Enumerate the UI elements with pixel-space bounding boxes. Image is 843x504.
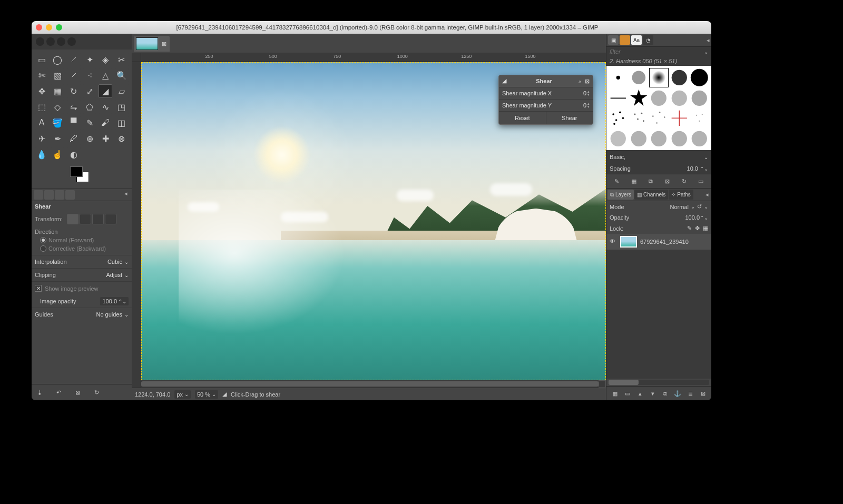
tool-heal[interactable]: ✚ [99,132,112,145]
reset-button[interactable]: Reset [499,112,546,124]
brush-item[interactable] [629,129,649,149]
brush-item[interactable] [690,129,709,149]
tool-scissors[interactable]: ✄ [35,68,48,82]
tab-history[interactable]: ◔ [643,35,653,45]
brush-item[interactable] [649,129,669,149]
brush-item[interactable] [670,88,689,108]
brush-item-selected[interactable] [649,68,669,87]
image-tab[interactable]: ⊠ [134,36,170,52]
image-opacity-row[interactable]: Image opacity 100.0⌃⌄ [32,295,132,308]
minimize-window-button[interactable] [46,24,52,31]
new-layer-button[interactable]: ▦ [610,389,620,398]
guides-row[interactable]: Guides No guides⌄ [32,308,132,321]
brush-filter-input[interactable] [610,48,704,55]
brush-item[interactable] [690,68,709,87]
layer-opacity-row[interactable]: Opacity 100.0⌃⌄ [606,212,711,223]
tab-fonts[interactable]: Aa [631,35,642,45]
dock-menu-icon[interactable]: ◂ [707,37,710,44]
direction-normal-row[interactable]: Normal (Forward) [32,236,132,244]
tool-rotate[interactable]: ↻ [67,84,81,98]
shear-x-input[interactable] [572,90,586,96]
new-group-button[interactable]: ▭ [623,389,632,398]
lock-pixels-button[interactable]: ✎ [687,225,692,232]
tool-by-color-select[interactable]: ◈ [99,53,112,66]
transform-selection-button[interactable] [80,214,91,224]
tool-bucket-fill[interactable]: 🪣 [51,116,64,130]
tool-mypaint[interactable]: 🖊 [67,132,81,145]
tab-images[interactable] [65,190,75,200]
tool-crop[interactable]: ✂ [115,53,129,66]
tool-airbrush[interactable]: ✈ [35,132,48,145]
tab-channels[interactable]: ▥ Channels [634,190,668,200]
tool-text[interactable]: A [35,116,48,130]
close-window-button[interactable] [36,24,42,31]
navigation-button[interactable] [599,380,606,388]
delete-brush-button[interactable]: ⊠ [662,176,672,186]
edit-brush-button[interactable]: ✎ [612,176,622,186]
canvas[interactable]: ◢ Shear ▵ ⊠ Shear magnitude X ▴▾ Shear m… [141,62,606,388]
tool-scale[interactable]: ⤢ [83,84,96,98]
anchor-layer-button[interactable]: ⚓ [673,389,682,398]
save-preset-button[interactable]: ⭳ [35,388,44,397]
brush-preset-row[interactable]: Basic, ⌄ [606,150,711,163]
tool-color-picker[interactable]: ⁖ [83,68,96,82]
collapse-icon[interactable]: ▵ [579,78,582,85]
brush-item[interactable] [649,88,669,108]
zoom-dropdown[interactable]: 50 %⌄ [195,390,218,399]
brush-item[interactable] [690,108,709,128]
restore-preset-button[interactable]: ↶ [54,388,63,397]
lower-layer-button[interactable]: ▾ [648,389,658,398]
tab-tool-options[interactable] [34,190,43,200]
horizontal-scrollbar[interactable] [141,380,599,388]
tab-layers[interactable]: ⧉ Layers [607,190,634,200]
transform-path-button[interactable] [92,214,104,224]
brush-item[interactable] [670,68,689,87]
refresh-brush-button[interactable]: ↻ [679,176,689,186]
tool-ellipse-select[interactable]: ◯ [51,53,64,66]
tool-shear[interactable]: ◢ [99,84,112,98]
layer-list[interactable]: 👁 67929641_239410 [606,234,711,379]
tool-handle-transform[interactable]: ◇ [51,100,64,114]
tab-device-status[interactable] [44,190,54,200]
fg-bg-swatch[interactable] [66,164,132,189]
tool-pencil[interactable]: ✎ [83,116,96,130]
zoom-window-button[interactable] [56,24,62,31]
tool-fuzzy-select[interactable]: ✦ [83,53,96,66]
brush-item[interactable] [609,68,628,87]
chevron-down-icon[interactable]: ⌄ [704,49,708,55]
tool-cage[interactable]: ⬠ [83,100,96,114]
brush-item[interactable] [629,68,649,87]
delete-preset-button[interactable]: ⊠ [73,388,82,397]
tool-flip[interactable]: ⇋ [67,100,81,114]
tool-rect-select[interactable]: ▭ [35,53,48,66]
tool-zoom[interactable]: 🔍 [115,68,129,82]
transform-image-button[interactable] [105,214,116,224]
brush-item[interactable] [690,88,709,108]
spinner-icon[interactable]: ▴▾ [587,90,590,96]
close-dialog-button[interactable]: ⊠ [585,78,590,85]
tool-clone[interactable]: ⊕ [83,132,96,145]
tab-undo-history[interactable] [55,190,64,200]
close-tab-button[interactable]: ⊠ [160,40,168,47]
reset-preset-button[interactable]: ↻ [92,388,101,397]
dock-menu-icon[interactable]: ◂ [704,190,710,200]
brush-item[interactable] [609,129,628,149]
layers-scrollbar[interactable] [609,380,709,385]
tool-align[interactable]: ▦ [51,84,64,98]
tool-measure[interactable]: △ [99,68,112,82]
tool-move[interactable]: ✥ [35,84,48,98]
unit-dropdown[interactable]: px⌄ [174,390,191,399]
tool-foreground-select[interactable]: ▧ [51,68,64,82]
brush-item[interactable] [609,108,628,128]
brush-grid[interactable] [606,66,711,150]
raise-layer-button[interactable]: ▴ [635,389,645,398]
tool-gradient[interactable]: ▀ [67,116,81,130]
layer-item[interactable]: 👁 67929641_239410 [606,234,711,250]
lock-position-button[interactable]: ✥ [695,225,700,232]
tab-brushes[interactable]: ▣ [608,35,619,45]
tool-dodge[interactable]: ◐ [67,147,81,161]
brush-item[interactable] [609,88,628,108]
visibility-toggle[interactable]: 👁 [610,238,617,245]
tool-free-select[interactable]: ⟋ [67,53,81,66]
shear-y-input[interactable] [572,102,586,108]
